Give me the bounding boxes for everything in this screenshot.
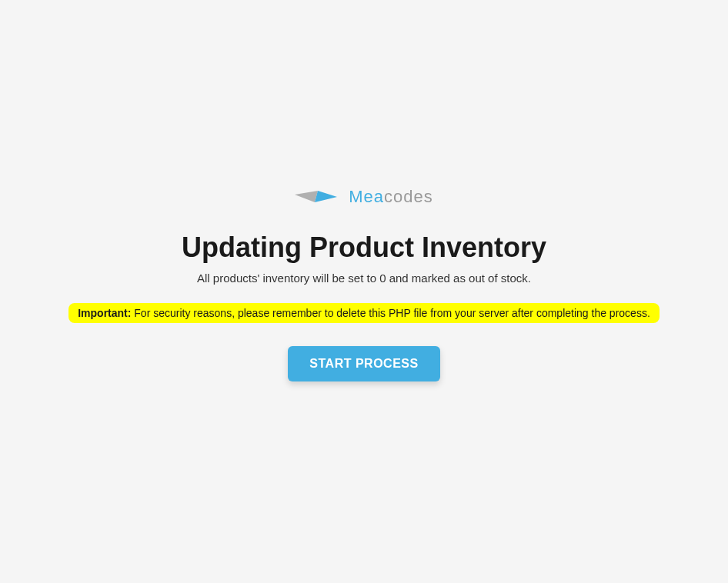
- svg-marker-1: [315, 191, 337, 202]
- warning-message: For security reasons, please remember to…: [131, 307, 650, 319]
- logo-triangles-icon: [295, 188, 341, 205]
- svg-marker-0: [295, 191, 318, 202]
- logo-text-brand-second: codes: [384, 187, 433, 206]
- page-title: Updating Product Inventory: [15, 232, 713, 264]
- main-container: Meacodes Updating Product Inventory All …: [0, 187, 728, 583]
- page-subtitle: All products' inventory will be set to 0…: [15, 272, 713, 285]
- logo-text-brand-first: Mea: [349, 187, 384, 206]
- start-process-button[interactable]: START PROCESS: [288, 346, 439, 381]
- warning-label: Important:: [78, 307, 131, 319]
- brand-logo: Meacodes: [15, 187, 713, 207]
- logo-text: Meacodes: [349, 187, 433, 207]
- warning-banner: Important: For security reasons, please …: [68, 303, 660, 323]
